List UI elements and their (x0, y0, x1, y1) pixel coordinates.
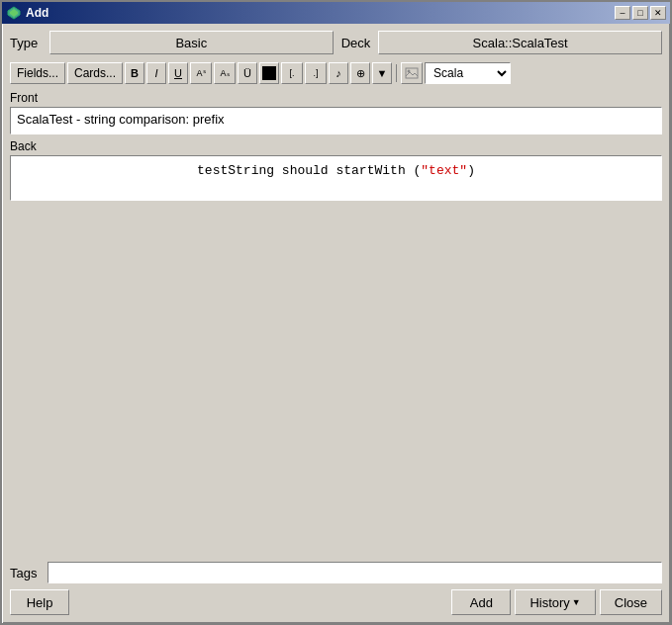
front-label: Front (10, 91, 662, 105)
bracket-open-button[interactable]: [. (281, 62, 303, 84)
italic-button[interactable]: I (146, 62, 166, 84)
underline-button[interactable]: U (168, 62, 188, 84)
picture-button[interactable] (401, 62, 423, 84)
close-button-bottom[interactable]: Close (600, 589, 662, 615)
app-icon (6, 5, 22, 21)
help-button[interactable]: Help (10, 589, 69, 615)
history-label: History (529, 595, 569, 610)
more-button[interactable]: ▼ (372, 62, 392, 84)
subscript-button[interactable]: Aₛ (214, 62, 236, 84)
bracket-close-button[interactable]: .] (305, 62, 327, 84)
history-button[interactable]: History ▼ (515, 589, 595, 615)
title-bar: Add – □ ✕ (2, 2, 670, 24)
add-button[interactable]: Add (451, 589, 511, 615)
type-label: Type (10, 36, 46, 50)
back-input[interactable]: testString should startWith ("text") (10, 155, 662, 201)
front-field-section: Front ScalaTest - string comparison: pre… (10, 91, 662, 134)
toolbar-separator (396, 64, 397, 82)
superscript-button[interactable]: Aˢ (190, 62, 212, 84)
close-button[interactable]: ✕ (650, 6, 666, 20)
window-title: Add (26, 6, 48, 20)
toolbar-row: Fields... Cards... B I U Aˢ Aₛ Ü [. .] ♪… (10, 60, 662, 86)
bottom-section: Tags Help Add History ▼ Close (10, 562, 662, 615)
back-label: Back (10, 139, 662, 153)
tags-row: Tags (10, 562, 662, 583)
bold-button[interactable]: B (125, 62, 144, 84)
tags-input[interactable] (48, 562, 662, 583)
title-bar-left: Add (6, 5, 48, 21)
window-content: Type Basic Deck Scala::ScalaTest Fields.… (2, 24, 670, 623)
back-field-section: Back testString should startWith ("text"… (10, 139, 662, 201)
tags-label: Tags (10, 566, 42, 580)
svg-rect-2 (406, 68, 418, 78)
fields-button[interactable]: Fields... (10, 62, 65, 84)
cards-button[interactable]: Cards... (67, 62, 123, 84)
color-button[interactable] (259, 62, 279, 84)
audio-button[interactable]: ♪ (329, 62, 348, 84)
special-button[interactable]: ⊕ (350, 62, 370, 84)
back-code-normal: testString should startWith (197, 163, 406, 178)
maximize-button[interactable]: □ (632, 6, 648, 20)
action-right: Add History ▼ Close (451, 589, 662, 615)
back-code-string: "text" (421, 163, 467, 178)
color-swatch (262, 66, 276, 80)
minimize-button[interactable]: – (615, 6, 630, 20)
add-window: Add – □ ✕ Type Basic Deck Scala::ScalaTe… (0, 0, 672, 625)
action-row: Help Add History ▼ Close (10, 589, 662, 615)
front-input[interactable]: ScalaTest - string comparison: prefix (10, 107, 662, 134)
tab-deck[interactable]: Scala::ScalaTest (378, 31, 662, 54)
type-row: Type Basic Deck Scala::ScalaTest (10, 30, 662, 55)
deck-label: Deck (337, 36, 375, 50)
back-code-close: ) (467, 163, 475, 178)
history-dropdown-arrow: ▼ (572, 597, 581, 607)
middle-spacer (10, 206, 662, 557)
clear-format-button[interactable]: Ü (238, 62, 257, 84)
language-select[interactable]: Scala Java Python JavaScript (425, 62, 511, 84)
back-code-paren-open (406, 163, 414, 178)
title-bar-controls: – □ ✕ (615, 6, 666, 20)
tab-basic[interactable]: Basic (49, 31, 334, 54)
